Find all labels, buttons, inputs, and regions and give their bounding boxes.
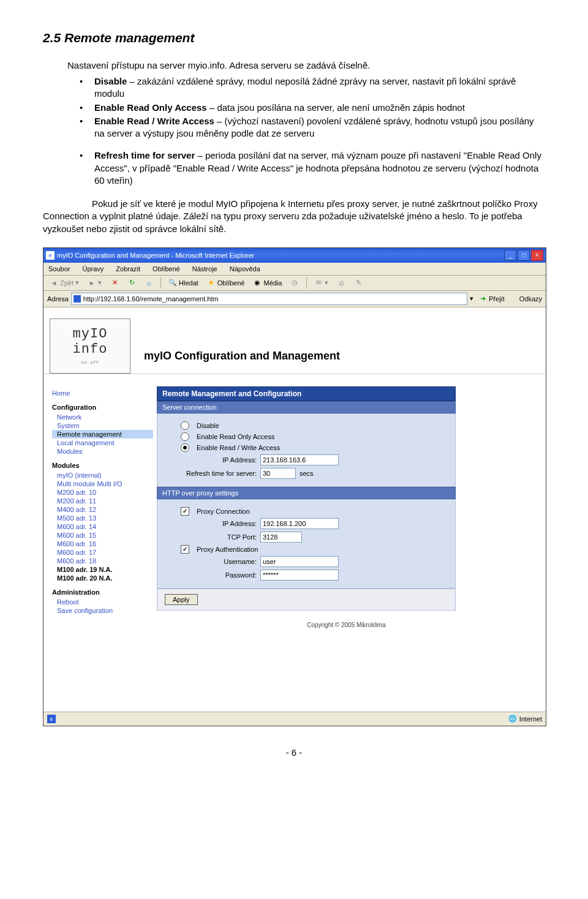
nav-module-item[interactable]: M400 adr. 12 [52, 505, 153, 514]
radio-icon[interactable] [181, 432, 189, 441]
mail-button[interactable]: ✉▾ [312, 277, 331, 288]
logo-line2: info [73, 342, 108, 357]
toolbar: ◄ Zpět ▾ ► ▾ ✕ ↻ ⌂ 🔍 Hledat ★ Oblíbené ◉ [43, 276, 546, 291]
minimize-button[interactable]: _ [504, 250, 516, 261]
nav-module-item[interactable]: M600 adr. 15 [52, 531, 153, 540]
proxy-port-label: TCP Port: [165, 533, 257, 541]
nav-config-local-management[interactable]: Local management [52, 438, 153, 447]
refresh-icon: ↻ [127, 279, 136, 287]
edit-button[interactable]: ✎ [352, 277, 365, 288]
list-item: •Enable Read Only Access – data jsou pos… [80, 102, 545, 114]
username-input[interactable]: user [260, 556, 339, 567]
search-button[interactable]: 🔍 Hledat [166, 277, 201, 288]
nav-module-item[interactable]: M200 adr. 10 [52, 488, 153, 497]
subhead-proxy: HTTP over proxy settings [157, 487, 456, 499]
nav-admin-head: Administration [52, 589, 153, 596]
go-icon: ➜ [478, 295, 487, 303]
window-titlebar: e myIO Configuration and Management - Mi… [43, 248, 546, 263]
go-label: Přejít [489, 295, 505, 303]
favorites-button[interactable]: ★ Oblíbené [205, 277, 247, 288]
menu-zobrazit[interactable]: Zobrazit [113, 264, 143, 274]
forward-icon: ► [88, 279, 96, 287]
close-button[interactable]: × [531, 250, 543, 261]
page-header: myIO info on off myIO Configuration and … [43, 307, 546, 374]
nav-module-item[interactable]: myIO (internal) [52, 471, 153, 480]
checkbox-icon[interactable] [181, 507, 189, 516]
radio-readwrite-label: Enable Read / Write Access [197, 444, 280, 451]
menu-úpravy[interactable]: Úpravy [80, 264, 106, 274]
nav-module-item[interactable]: M600 adr. 17 [52, 548, 153, 557]
apply-button[interactable]: Apply [165, 594, 198, 605]
media-button[interactable]: ◉ Média [251, 277, 284, 288]
ip-input[interactable]: 213.168.163.6 [260, 454, 339, 465]
nav-config-system[interactable]: System [52, 421, 153, 430]
menu-oblíbené[interactable]: Oblíbené [150, 264, 183, 274]
proxy-port-input[interactable]: 3128 [260, 532, 302, 543]
refresh-unit: secs [300, 470, 314, 477]
dropdown-icon: ▾ [98, 279, 102, 287]
apply-row: Apply [157, 589, 456, 611]
menu-nástroje[interactable]: Nástroje [190, 264, 220, 274]
maximize-button[interactable]: □ [518, 250, 530, 261]
radio-disable-label: Disable [197, 422, 219, 429]
nav-module-item[interactable]: M200 adr. 11 [52, 497, 153, 505]
separator [306, 277, 307, 288]
radio-readwrite[interactable]: Enable Read / Write Access [165, 443, 448, 452]
nav-config-modules[interactable]: Modules [52, 447, 153, 456]
favorites-label: Oblíbené [217, 279, 245, 287]
home-button[interactable]: ⌂ [142, 277, 156, 288]
radio-readonly[interactable]: Enable Read Only Access [165, 432, 448, 441]
radio-disable[interactable]: Disable [165, 421, 448, 430]
refresh-input[interactable]: 30 [260, 468, 296, 479]
refresh-button[interactable]: ↻ [125, 277, 138, 288]
nav-module-item[interactable]: M600 adr. 16 [52, 540, 153, 548]
zone-label: Internet [519, 715, 542, 723]
menu-soubor[interactable]: Soubor [46, 264, 72, 274]
search-label: Hledat [179, 279, 198, 287]
password-input[interactable]: ****** [260, 570, 339, 581]
stop-button[interactable]: ✕ [108, 277, 121, 288]
proxy-auth-check[interactable]: Proxy Authentication [165, 545, 448, 554]
ie-status-icon: e [47, 715, 56, 723]
back-button[interactable]: ◄ Zpět ▾ [47, 277, 81, 288]
radio-readonly-label: Enable Read Only Access [197, 433, 274, 440]
menu-nápověda[interactable]: Nápověda [227, 264, 263, 274]
address-label: Adresa [47, 295, 69, 303]
history-button[interactable]: ◷ [288, 277, 301, 288]
proxy-connection-check[interactable]: Proxy Connection [165, 507, 448, 516]
app-title: myIO Configuration and Management [144, 350, 340, 374]
section-title: 2.5 Remote management [43, 31, 545, 45]
radio-icon[interactable] [181, 421, 189, 430]
subhead-server-connection: Server connection [157, 401, 456, 413]
home-icon: ⌂ [145, 279, 153, 287]
forward-button[interactable]: ► ▾ [85, 277, 104, 288]
nav-config-network[interactable]: Network [52, 413, 153, 421]
separator [160, 277, 161, 288]
proxy-ip-input[interactable]: 192.168.1.200 [260, 518, 339, 529]
addr-dropdown-icon[interactable]: ▾ [470, 295, 473, 303]
nav-admin-save-configuration[interactable]: Save configuration [52, 606, 153, 615]
copyright: Copyright © 2005 Mikroklima [157, 622, 536, 628]
links-label[interactable]: Odkazy [519, 295, 542, 303]
refresh-label: Refresh time for server: [165, 470, 257, 477]
proxy-body: Proxy Connection IP Address: 192.168.1.2… [157, 499, 456, 589]
nav-admin-reboot[interactable]: Reboot [52, 598, 153, 606]
radio-icon[interactable] [181, 443, 189, 452]
url-field[interactable]: http://192.168.1.60/remote_management.ht… [71, 293, 467, 305]
url-text: http://192.168.1.60/remote_management.ht… [83, 295, 219, 303]
stop-icon: ✕ [110, 279, 119, 287]
go-button[interactable]: ➜ Přejít [476, 295, 507, 303]
nav-module-item[interactable]: M600 adr. 14 [52, 522, 153, 531]
nav-module-item[interactable]: M600 adr. 18 [52, 557, 153, 565]
nav-module-item[interactable]: Multi module Multi I/O [52, 480, 153, 488]
password-label: Password: [165, 571, 257, 579]
edit-icon: ✎ [354, 279, 363, 287]
checkbox-icon[interactable] [181, 545, 189, 554]
ip-label: IP Address: [165, 456, 257, 464]
proxy-conn-label: Proxy Connection [197, 508, 250, 515]
address-bar: Adresa http://192.168.1.60/remote_manage… [43, 291, 546, 307]
nav-home[interactable]: Home [52, 389, 153, 397]
nav-module-item[interactable]: M500 adr. 13 [52, 514, 153, 522]
print-button[interactable]: ⎙ [334, 277, 348, 288]
nav-config-remote-management[interactable]: Remote management [52, 430, 153, 438]
